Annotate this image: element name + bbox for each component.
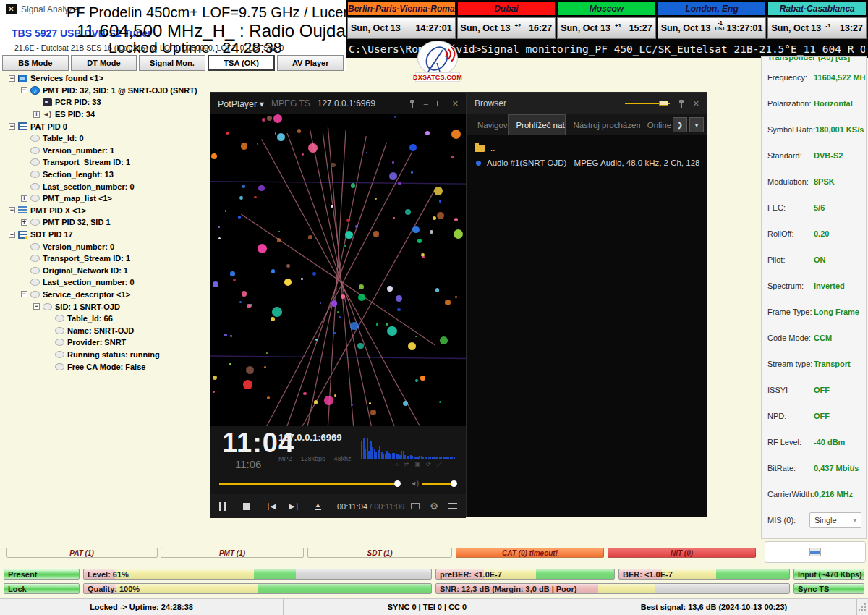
tree-item[interactable]: PCR PID: 33	[7, 96, 208, 109]
tree-item[interactable]: Version_number: 1	[7, 145, 208, 157]
tree-item-label: Last_section_number: 0	[43, 182, 135, 191]
browser-tab-online-[interactable]: Online !	[640, 114, 673, 135]
tree-item[interactable]: Table_Id: 66	[7, 313, 208, 325]
tree-item[interactable]: −PAT PID 0	[7, 120, 208, 132]
table-progress-pmt: PMT (1)	[161, 548, 304, 558]
expand-icon[interactable]: +	[33, 111, 40, 118]
close-icon[interactable]: ✕	[452, 99, 459, 109]
tree-item[interactable]: −SDT PID 17	[7, 229, 208, 241]
tab-av-player[interactable]: AV Player	[277, 55, 344, 71]
tree-item[interactable]: Last_section_number: 0	[7, 276, 208, 289]
scroll-right-icon[interactable]: ❯	[673, 117, 687, 132]
tree-item[interactable]: −PMT PID X <1>	[7, 205, 208, 217]
previous-button[interactable]: ❘◀	[258, 494, 282, 518]
potplayer-titlebar[interactable]: PotPlayer ▾ MPEG TS 127.0.0.1:6969 – ✕	[210, 93, 466, 114]
param-label: RollOff:	[767, 229, 814, 238]
player-mini-icons[interactable]: ⌂⇄▣⟳⤢	[395, 461, 441, 468]
tree-item[interactable]: Original_Network ID: 1	[7, 265, 208, 277]
collapse-icon[interactable]: −	[21, 291, 27, 297]
audio-track-item[interactable]: Audio #1(SNRT-OJD) - MPEG Audio, 48.0 kH…	[475, 156, 699, 170]
tab-signal-mon-[interactable]: Signal Mon.	[139, 55, 205, 71]
param-row: FEC:5/6	[762, 203, 866, 212]
param-label: Polarization:	[767, 99, 814, 108]
tree-item[interactable]: Free CA Mode: False	[7, 360, 208, 373]
collapse-icon[interactable]: −	[9, 232, 15, 238]
viz-dot	[387, 286, 393, 292]
settings-gear-icon[interactable]: ⚙	[430, 501, 438, 512]
tree-item[interactable]: −Service_descriptor <1>	[7, 289, 208, 301]
tree-item[interactable]: −Services found <1>	[7, 72, 208, 85]
browser-tab-n-stroj-proch-zen-titulk-[interactable]: Nástroj procházení titulků	[566, 114, 639, 135]
tree-item[interactable]: Table_Id: 0	[7, 132, 208, 145]
tab-dt-mode[interactable]: DT Mode	[71, 55, 137, 71]
viz-dot	[262, 118, 265, 122]
tree-item[interactable]: +◄)ES PID: 34	[7, 109, 208, 121]
volume-handle[interactable]	[451, 480, 457, 487]
tab-tsa-ok-[interactable]: TSA (OK)	[208, 55, 276, 71]
collapse-icon[interactable]: −	[33, 303, 40, 310]
browser-close-icon[interactable]: ✕	[693, 99, 699, 109]
seek-handle[interactable]	[394, 480, 401, 487]
ber-bar: BER: <1.0E-7	[618, 569, 790, 580]
expand-icon[interactable]: +	[21, 219, 27, 226]
volume-icon[interactable]: ◄)	[410, 480, 419, 487]
tree-item[interactable]: −♪PMT PID: 32, SID: 1 @ SNRT-OJD (SNRT)	[7, 85, 208, 97]
dxsatcs-logo-text: DXSATCS.COM	[415, 72, 460, 82]
param-value: 0,437 Mbit/s	[814, 464, 859, 472]
tree-item[interactable]: Version_number: 0	[7, 240, 208, 253]
stop-button[interactable]	[234, 494, 258, 518]
viz-dot	[303, 392, 307, 396]
clock-time: Sun, Oct 13+115:27	[557, 17, 656, 39]
eject-button[interactable]: ▲	[306, 494, 330, 518]
browser-slider[interactable]	[625, 103, 670, 104]
tree-item[interactable]: Last_section_number: 0	[7, 180, 208, 192]
maximize-icon[interactable]	[437, 101, 443, 106]
param-value: 8PSK	[814, 177, 835, 186]
pin-icon[interactable]	[409, 100, 415, 108]
tree-item[interactable]: −SID: 1 SNRT-OJD	[7, 300, 208, 313]
pause-button[interactable]	[210, 494, 234, 518]
browser-pin-icon[interactable]	[678, 100, 684, 108]
potplayer-menu[interactable]: PotPlayer ▾	[218, 98, 264, 109]
viz-dot	[420, 376, 425, 380]
seek-bar[interactable]	[219, 483, 399, 485]
audio-visualization[interactable]	[210, 114, 466, 426]
tab-bs-mode[interactable]: BS Mode	[2, 55, 69, 71]
folder-icon	[475, 145, 485, 152]
param-row: BitRate:0,437 Mbit/s	[762, 464, 866, 472]
tree-item[interactable]: Provider: SNRT	[7, 336, 208, 349]
tree-item[interactable]: Name: SNRT-OJD	[7, 324, 208, 336]
param-row: Frequency:11604,522 MHz	[762, 73, 866, 82]
video-panel-icon[interactable]	[411, 503, 420, 509]
expand-icon[interactable]: +	[21, 195, 27, 202]
mis-select[interactable]: Single ▾	[809, 512, 861, 528]
tree-item[interactable]: Transport_Stream ID: 1	[7, 253, 208, 265]
minimize-icon[interactable]: –	[424, 99, 428, 108]
table-list-button[interactable]	[765, 541, 866, 563]
browser-titlebar[interactable]: Browser ✕	[467, 93, 707, 114]
dot-icon	[30, 243, 40, 250]
tree-item[interactable]: Transport_Stream ID: 1	[7, 156, 208, 169]
tree-item[interactable]: +PMT_map_list <1>	[7, 192, 208, 205]
browser-tab-prohl-e-nab-dky[interactable]: Prohlížeč nabídky	[508, 114, 566, 135]
folder-up-item[interactable]: ..	[475, 141, 699, 156]
tree-item[interactable]: Running status: running	[7, 349, 208, 361]
bitrate-label: 128kbps	[301, 455, 326, 462]
browser-tab-navigovat[interactable]: Navigovat	[470, 114, 508, 135]
tree-item[interactable]: Section_lenght: 13	[7, 169, 208, 181]
resize-grip[interactable]	[858, 603, 867, 611]
collapse-icon[interactable]: −	[21, 87, 27, 93]
tree-item[interactable]: +PMT PID 32, SID 1	[7, 216, 208, 229]
playlist-menu-icon[interactable]	[448, 503, 457, 509]
next-button[interactable]: ▶❘	[282, 494, 306, 518]
dot-icon	[30, 135, 40, 142]
collapse-icon[interactable]: −	[9, 207, 15, 213]
param-label: Standard:	[767, 151, 814, 160]
tree-item-label: ES PID: 34	[55, 110, 95, 119]
tab-list-icon[interactable]: ▾	[689, 117, 704, 132]
collapse-icon[interactable]: −	[9, 123, 15, 130]
mode-tabs: BS ModeDT ModeSignal Mon.TSA (OK)AV Play…	[2, 55, 344, 71]
collapse-icon[interactable]: −	[9, 75, 15, 82]
viz-dot	[451, 156, 454, 158]
viz-dot	[331, 163, 335, 167]
